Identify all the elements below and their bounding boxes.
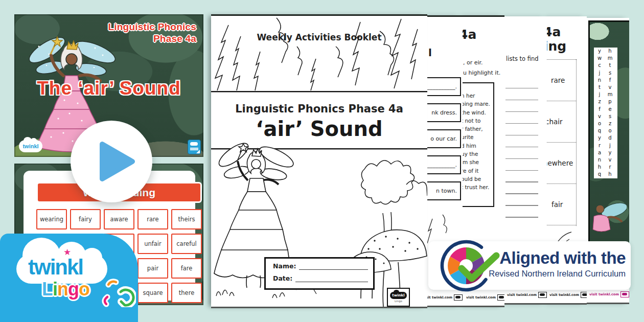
curriculum-text: Aligned with the Revised Northern Irelan… (467, 249, 626, 279)
resource-preview: Linguistic Phonics Phase 4a The ‘air’ So… (0, 0, 644, 322)
word-cell: there (171, 283, 202, 303)
sentence-box: ___________. (427, 155, 461, 174)
story-line: t not to (463, 117, 492, 125)
word-cell: theirs (171, 209, 202, 229)
story-line: t trust her. (463, 183, 492, 191)
booklet-phase: Linguistic Phonics Phase 4a (211, 103, 427, 115)
page-heading-fragment: ing (547, 39, 566, 54)
story-text-box: h herbing mare.the wind.t not tor father… (463, 82, 494, 207)
page-footer: visit twinkl.com (549, 292, 587, 298)
word-list-item: fair (547, 183, 576, 225)
word-cell: aware (104, 209, 134, 229)
booklet-header: Weekly Activities Booklet (211, 32, 427, 42)
twinkl-lingo-brand-card: ★ twinkl Lingo (0, 234, 138, 322)
banner-line2: Revised Northern Ireland Curriculum (467, 269, 626, 279)
word-list-item: somewhere (547, 142, 576, 183)
word-list-item: rare (547, 59, 576, 101)
instruction-fragments: , or eir. u highlight it. (463, 58, 500, 78)
word-cell: rare (137, 209, 168, 229)
word-list-item: chair (547, 101, 576, 142)
word-cell: square (137, 283, 168, 303)
booklet-cover-page: Weekly Activities Booklet Linguistic Pho… (211, 14, 427, 308)
story-line: the wind. (463, 108, 492, 117)
twinkl-lingo-stamp: twinkl Lingo (387, 288, 410, 307)
word-cell: careful (171, 234, 202, 254)
heading-fragment: l (428, 47, 432, 59)
slide-phase-label: Linguistic Phonics Phase 4a (108, 21, 196, 45)
dotted-divider (576, 59, 577, 226)
story-line: r father, (463, 125, 492, 133)
word-cell: wearing (36, 209, 67, 229)
page-footer: visit twinkl.com (507, 292, 547, 298)
sentence-box: nk dress. (427, 103, 461, 122)
word-cell: fairy (70, 209, 101, 229)
wordsearch-letters-column: hmtsfvmpeszodjyvrh (607, 48, 618, 178)
story-line: uy the (463, 150, 492, 158)
sentence-box: o our car. (427, 129, 461, 148)
story-line: im she (463, 158, 492, 166)
date-field (295, 275, 368, 282)
name-date-box: Name: Date: (264, 257, 375, 290)
sentence-box: ___________. (427, 77, 461, 96)
banner-line1: Aligned with the (467, 249, 626, 267)
name-field (299, 263, 368, 270)
twinkl-stamp-icon (620, 291, 629, 297)
fairy-thumbnail-fragment (591, 196, 627, 242)
wordsearch-panel: ywcjntjzfvoqyranhq hmtsfvmpeszodjyvrh (594, 48, 617, 178)
story-line: bing mare. (463, 100, 492, 108)
twinkl-corner-badge (188, 140, 201, 154)
word-cell: pair (137, 258, 168, 279)
date-label: Date: (273, 274, 292, 282)
sentence-boxes: ___________.nk dress.o our car._________… (427, 77, 462, 208)
slide-title: The ‘air’ Sound (14, 78, 203, 99)
star-icon: ★ (63, 247, 71, 258)
name-label: Name: (273, 262, 296, 270)
curriculum-banner: Aligned with the Revised Northern Irelan… (428, 241, 631, 290)
wordsearch-letters-column: ywcjntjzfvoqyranhq (596, 48, 607, 178)
story-line: h her (463, 91, 492, 100)
story-line: re of it (463, 167, 492, 175)
word-cell: fare (171, 258, 202, 279)
play-triangle-icon (71, 121, 152, 202)
play-button[interactable] (71, 121, 152, 202)
story-line: urite (463, 133, 492, 141)
twinkl-stamp-icon (538, 292, 547, 298)
lingo-wordmark: Lingo (42, 279, 89, 300)
twinkl-logo: twinkl (19, 140, 42, 152)
sentence-box: n town. (427, 181, 461, 200)
page-heading-fragment: 4a (547, 25, 561, 39)
page-heading-fragment: 4a (463, 27, 476, 42)
writing-lines (505, 77, 538, 221)
lingo-mascot-icon (100, 277, 136, 307)
word-list-sections: rarechairsomewherefair (547, 59, 576, 225)
page-footer: visit twinkl.com (589, 291, 629, 297)
story-line: ould be (463, 175, 492, 183)
booklet-title: ‘air’ Sound (211, 117, 427, 141)
twinkl-stamp-icon (581, 292, 587, 298)
word-cell: unfair (137, 234, 168, 254)
instruction-fragment: lists to find (506, 55, 539, 62)
twinkl-wordmark: twinkl (28, 255, 83, 280)
story-line: d him (463, 142, 492, 150)
